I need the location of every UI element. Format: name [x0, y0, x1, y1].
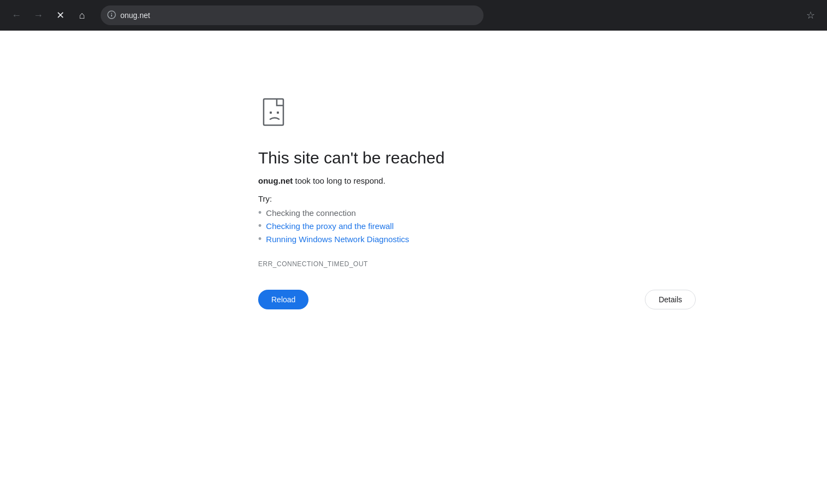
- reload-button[interactable]: Reload: [258, 290, 308, 309]
- svg-rect-2: [111, 14, 112, 16]
- error-code: ERR_CONNECTION_TIMED_OUT: [258, 260, 368, 268]
- network-diagnostics-link[interactable]: Running Windows Network Diagnostics: [266, 235, 409, 244]
- error-domain: onug.net: [258, 176, 293, 185]
- suggestion-item-1: Checking the connection: [258, 208, 409, 218]
- address-bar-url: onug.net: [120, 11, 477, 20]
- close-button[interactable]: ✕: [50, 5, 70, 25]
- forward-button[interactable]: →: [28, 5, 48, 25]
- error-icon: [258, 96, 291, 131]
- nav-buttons: ← → ✕ ⌂: [7, 5, 92, 25]
- svg-rect-3: [264, 99, 283, 125]
- try-label: Try:: [258, 194, 272, 203]
- proxy-firewall-link[interactable]: Checking the proxy and the firewall: [266, 221, 393, 231]
- button-row: Reload Details: [258, 290, 696, 309]
- details-button[interactable]: Details: [645, 290, 696, 309]
- error-description: onug.net took too long to respond.: [258, 176, 386, 185]
- svg-rect-5: [277, 112, 279, 114]
- error-title: This site can't be reached: [258, 149, 445, 167]
- back-button[interactable]: ←: [7, 5, 26, 25]
- svg-point-1: [111, 13, 112, 14]
- suggestion-text-1: Checking the connection: [266, 208, 356, 218]
- suggestion-item-2[interactable]: Checking the proxy and the firewall: [258, 221, 409, 231]
- home-button[interactable]: ⌂: [72, 5, 92, 25]
- svg-rect-4: [270, 112, 272, 114]
- address-bar-icon: [107, 10, 116, 21]
- address-bar[interactable]: onug.net: [101, 5, 484, 25]
- error-description-text: took too long to respond.: [293, 176, 385, 185]
- suggestions-list: Checking the connection Checking the pro…: [258, 208, 409, 247]
- suggestion-item-3[interactable]: Running Windows Network Diagnostics: [258, 234, 409, 244]
- bookmark-button[interactable]: ☆: [801, 5, 820, 25]
- browser-chrome: ← → ✕ ⌂ onug.net ☆: [0, 0, 827, 31]
- page-content: This site can't be reached onug.net took…: [0, 31, 827, 504]
